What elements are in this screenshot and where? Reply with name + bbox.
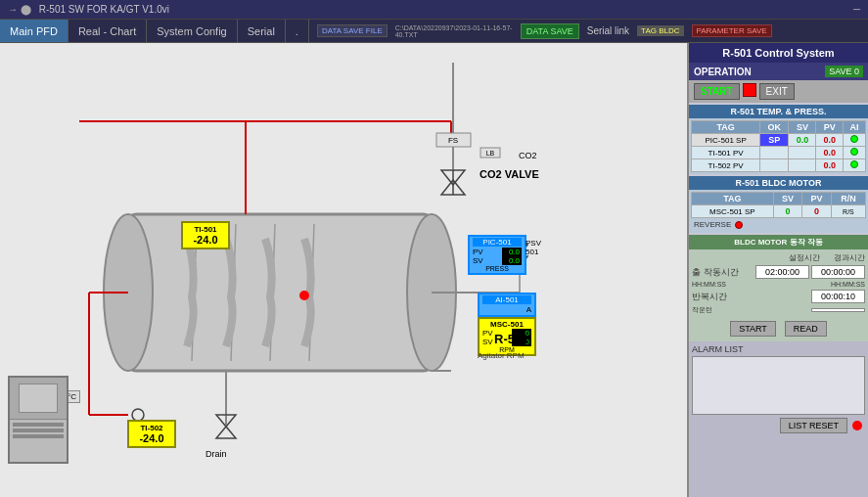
- bldc-motor-table-section: TAG SV PV R/N MSC-501 SP 0 0 R/S REVERSE: [689, 190, 868, 233]
- col-sv: SV: [789, 121, 816, 134]
- ti501-ok-cell: [760, 147, 789, 159]
- data-save-badge[interactable]: DATA SAVE: [521, 23, 579, 39]
- nav-arrows: → ⬤: [8, 4, 31, 15]
- reactor-label: R-501: [494, 332, 528, 346]
- bldc-col-tag: TAG: [692, 193, 774, 205]
- title-bar: → ⬤ R-501 SW FOR KA/GT V1.0vi ─: [0, 0, 868, 20]
- svg-marker-29: [216, 427, 236, 438]
- alarm-box: [692, 356, 865, 415]
- timing-repeat-val: 00:00:10: [811, 290, 865, 303]
- nav-dot[interactable]: .: [286, 20, 309, 42]
- ai501-unit: A: [482, 305, 531, 314]
- timing-read-btn[interactable]: READ: [785, 321, 827, 337]
- data-save-file-btn[interactable]: DATA SAVE FILE: [317, 24, 388, 38]
- alarm-section: ALARM LIST LIST RESET: [689, 341, 868, 497]
- timing-jogturn-label: 작운턴: [692, 305, 712, 315]
- msc501-sv-label: SV: [482, 338, 493, 346]
- svg-text:FS: FS: [448, 136, 458, 145]
- pic501-tag-cell: PIC-501 SP: [692, 134, 760, 147]
- ti501-tag-cell: TI-501 PV: [692, 147, 760, 159]
- timing-row-jogturn: 작운턴: [692, 305, 865, 315]
- svg-rect-11: [128, 214, 432, 371]
- ti502-tag-cell: TI-502 PV: [692, 159, 760, 172]
- co2-label: CO2: [519, 151, 537, 160]
- serial-link-label: Serial link: [587, 25, 629, 36]
- timing-label-1: 출 작동시간: [692, 266, 739, 279]
- timing-hhmmss2: HH:MM:SS: [831, 281, 865, 288]
- table-row: TI-501 PV 0.0: [692, 147, 866, 159]
- timing-col-headers: 설정시간 경과시간: [692, 252, 865, 263]
- pic501-title: PIC-501: [473, 238, 522, 247]
- reverse-label: REVERSE: [694, 220, 731, 229]
- rp-title: R-501 Control System: [689, 43, 868, 63]
- msc501-pv-label: PV: [482, 329, 493, 338]
- bldc-timing-header: BLDC MOTOR 동작 작동: [689, 235, 868, 249]
- timing-row-repeat: 반복시간 00:00:10: [692, 290, 865, 303]
- agitator-label: Agitator RPM: [478, 351, 525, 360]
- msc501-sv-cell: 0: [773, 205, 802, 218]
- ti502-value: -24.0: [133, 432, 170, 444]
- nav-main-pfd[interactable]: Main PFD: [0, 20, 69, 42]
- bldc-timing-section: 설정시간 경과시간 출 작동시간 02:00:00 00:00:00 HH:MM…: [689, 249, 868, 341]
- ti502-sv-cell: [789, 159, 816, 172]
- stop-button[interactable]: [743, 83, 756, 97]
- temp-press-table-section: TAG OK SV PV AI PIC-501 SP SP 0.0 0.0 TI…: [689, 118, 868, 174]
- bldc-col-sv: SV: [773, 193, 802, 205]
- temp-press-table: TAG OK SV PV AI PIC-501 SP SP 0.0 0.0 TI…: [691, 120, 866, 172]
- pic501-box: PIC-501 PV 0.0 SV 0.0 PRESS: [468, 235, 526, 275]
- pic501-sv-label: SV: [473, 256, 483, 265]
- svg-text:LB: LB: [486, 150, 495, 157]
- pic501-ai-cell: [844, 134, 866, 147]
- table-row: MSC-501 SP 0 0 R/S: [692, 205, 866, 218]
- alarm-led: [852, 421, 862, 430]
- table-row: PIC-501 SP SP 0.0 0.0: [692, 134, 866, 147]
- list-reset-btn[interactable]: LIST RESET: [780, 418, 847, 433]
- nav-system-config[interactable]: System Config: [147, 20, 238, 42]
- exit-button[interactable]: EXIT: [759, 83, 795, 100]
- col-pv: PV: [816, 121, 844, 134]
- msc501-rn-cell: R/S: [831, 205, 865, 218]
- bldc-col-rn: R/N: [831, 193, 865, 205]
- param-save-btn[interactable]: PARAMETER SAVE: [692, 24, 772, 38]
- ti501-pv-cell: 0.0: [816, 147, 844, 159]
- bldc-motor-section-header: R-501 BLDC MOTOR: [689, 176, 868, 190]
- bldc-col-pv: PV: [802, 193, 832, 205]
- table-row: TI-502 PV 0.0: [692, 159, 866, 172]
- ti501-name: TI-501: [187, 225, 224, 234]
- ai501-title: AI-501: [482, 295, 531, 304]
- timing-row-1: 출 작동시간 02:00:00 00:00:00: [692, 265, 865, 279]
- ai501-box: AI-501 A: [478, 293, 536, 317]
- msc501-tag-cell: MSC-501 SP: [692, 205, 774, 218]
- right-panel: R-501 Control System OPERATION SAVE 0 ST…: [687, 43, 868, 497]
- co2-valve-label: CO2 VALVE: [480, 168, 539, 180]
- timing-row-hhmm: HH:MM:SS HH:MM:SS: [692, 281, 865, 288]
- ti502-pv-cell: 0.0: [816, 159, 844, 172]
- ti501-sv-cell: [789, 147, 816, 159]
- ti501-value: -24.0: [187, 234, 224, 246]
- operation-label: OPERATION: [694, 67, 752, 77]
- col-tag: TAG: [692, 121, 760, 134]
- timing-start-btn[interactable]: START: [730, 321, 776, 337]
- svg-point-18: [299, 291, 309, 300]
- psv501-label: PSV501: [525, 239, 541, 256]
- nav-serial[interactable]: Serial: [238, 20, 286, 42]
- operation-buttons: START EXIT: [689, 80, 868, 103]
- filepath-label: C:\DATA\20220937\2023-01-11-16-57-40.TXT: [395, 24, 513, 38]
- pic501-pv: 0.0: [502, 248, 522, 256]
- start-button[interactable]: START: [694, 83, 740, 100]
- timing-repeat-label: 반복시간: [692, 291, 727, 303]
- nav-real-chart[interactable]: Real - Chart: [69, 20, 147, 42]
- col-ok: OK: [760, 121, 789, 134]
- alarm-label: ALARM LIST: [692, 344, 865, 354]
- ti501-tag: TI-501 -24.0: [181, 221, 230, 249]
- pfd-area: FS LB: [0, 43, 687, 497]
- ti502-tag: TI-502 -24.0: [127, 420, 176, 448]
- nav-bar: Main PFD Real - Chart System Config Seri…: [0, 20, 868, 43]
- pic501-pv-cell: 0.0: [816, 134, 844, 147]
- minimize-btn[interactable]: ─: [853, 4, 860, 15]
- reverse-led: [735, 221, 743, 229]
- pic501-unit: PRESS: [473, 265, 522, 272]
- pic501-ok-cell: SP: [760, 134, 789, 147]
- pfd-svg: FS LB: [0, 43, 687, 497]
- tag-bldc-badge: TAG BLDC: [637, 25, 683, 36]
